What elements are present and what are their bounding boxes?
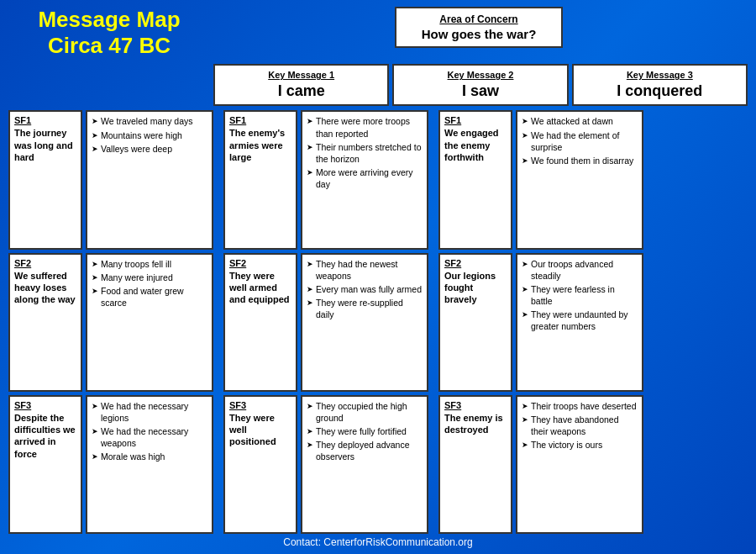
fact-item: We had the element of surprise	[522, 129, 638, 153]
key-message-1: Key Message 1 I came	[213, 64, 389, 106]
fact-item: Their numbers stretched to the horizon	[307, 141, 423, 165]
sf-label: SF3	[229, 400, 246, 410]
fact-item: They were undaunted by greater numbers	[522, 309, 638, 332]
fact-item: Many troops fell ill	[92, 258, 207, 270]
fact-item: We attacked at dawn	[522, 115, 638, 127]
area-of-concern: Area of Concern How goes the war?	[210, 7, 748, 48]
fact-item: Every man was fully armed	[307, 283, 423, 295]
sf-facts-r1-c2: Our troops advanced steadilyThey were fe…	[516, 253, 643, 392]
fact-item: They had the newest weapons	[307, 258, 423, 282]
sf-label: SF1	[444, 115, 461, 125]
sf-facts-r2-c0: We had the necessary legionsWe had the n…	[86, 395, 213, 534]
sf-cell-r1-c1: SF2They were well armed and equipped	[223, 253, 297, 392]
sf-text: They were well positioned	[229, 412, 291, 448]
fact-item: Morale was high	[92, 451, 207, 462]
fact-item: They occupied the high ground	[307, 400, 423, 424]
key-message-3: Key Message 3 I conquered	[572, 64, 748, 106]
sf-text: Despite the difficulties we arrived in f…	[14, 412, 76, 460]
sf-facts-r0-c0: We traveled many daysMountains were high…	[86, 110, 213, 249]
fact-item: They have abandoned their weapons	[522, 414, 638, 437]
sf-facts-r2-c1: They occupied the high groundThey were f…	[301, 395, 428, 534]
col-separator	[432, 395, 435, 534]
fact-item: Many were injured	[92, 272, 207, 283]
col-separator	[432, 253, 435, 392]
fact-item: There were more troops than reported	[307, 115, 423, 139]
km-spacer	[8, 64, 210, 106]
sf-facts-r0-c1: There were more troops than reportedThei…	[301, 110, 428, 249]
col-separator	[217, 253, 220, 392]
fact-item: We had the necessary legions	[92, 400, 207, 424]
col-separator	[217, 110, 220, 249]
col-separator	[217, 395, 220, 534]
footer: Contact: CenterforRiskCommunication.org	[8, 534, 748, 551]
sf-cell-r0-c0: SF1The journey was long and hard	[8, 110, 82, 249]
km-group: Key Message 1 I came Key Message 2 I saw…	[213, 64, 748, 106]
fact-item: Their troops have deserted	[522, 400, 638, 412]
sf-text: They were well armed and equipped	[229, 270, 291, 306]
sf-label: SF2	[444, 258, 461, 268]
fact-item: They were fully fortified	[307, 425, 423, 437]
title-area: Message Map Circa 47 BC	[8, 7, 210, 59]
fact-item: Food and water grew scarce	[92, 285, 207, 309]
fact-item: Mountains were high	[92, 129, 207, 141]
grid-row-1: SF2We suffered heavy loses along the way…	[8, 253, 748, 392]
main-grid: SF1The journey was long and hardWe trave…	[8, 110, 748, 534]
sf-cell-r0-c2: SF1We engaged the enemy forthwith	[438, 110, 512, 249]
sf-facts-r0-c2: We attacked at dawnWe had the element of…	[516, 110, 643, 249]
sf-label: SF3	[14, 400, 31, 410]
sf-cell-r1-c0: SF2We suffered heavy loses along the way	[8, 253, 82, 392]
col-separator	[432, 110, 435, 249]
sf-label: SF1	[229, 115, 246, 125]
key-message-2: Key Message 2 I saw	[392, 64, 568, 106]
fact-item: They deployed advance observers	[307, 439, 423, 462]
sf-cell-r2-c1: SF3They were well positioned	[223, 395, 297, 534]
fact-item: They were re-supplied daily	[307, 297, 423, 320]
fact-item: More were arriving every day	[307, 166, 423, 190]
sf-text: We engaged the enemy forthwith	[444, 127, 507, 163]
sf-label: SF1	[14, 115, 31, 125]
aoc-label: Area of Concern	[413, 13, 544, 25]
grid-row-2: SF3Despite the difficulties we arrived i…	[8, 395, 748, 534]
fact-item: We had the necessary weapons	[92, 425, 207, 449]
sf-label: SF2	[14, 258, 31, 268]
fact-item: The victory is ours	[522, 439, 638, 451]
aoc-value: How goes the war?	[413, 27, 544, 41]
fact-item: We traveled many days	[92, 115, 207, 127]
sf-cell-r1-c2: SF2Our legions fought bravely	[438, 253, 512, 392]
sf-text: We suffered heavy loses along the way	[14, 270, 76, 306]
sf-cell-r0-c1: SF1The enemy's armies were large	[223, 110, 297, 249]
sf-text: The journey was long and hard	[14, 127, 76, 163]
key-messages-row: Key Message 1 I came Key Message 2 I saw…	[8, 64, 748, 106]
sf-text: Our legions fought bravely	[444, 270, 507, 306]
sf-text: The enemy is destroyed	[444, 412, 507, 436]
fact-item: Our troops advanced steadily	[522, 258, 638, 282]
sf-facts-r1-c1: They had the newest weaponsEvery man was…	[301, 253, 428, 392]
fact-item: They were fearless in battle	[522, 283, 638, 307]
sf-label: SF2	[229, 258, 246, 268]
sf-label: SF3	[444, 400, 461, 410]
aoc-box: Area of Concern How goes the war?	[395, 7, 563, 48]
sf-cell-r2-c2: SF3The enemy is destroyed	[438, 395, 512, 534]
sf-facts-r1-c0: Many troops fell illMany were injuredFoo…	[86, 253, 213, 392]
page-title: Message Map Circa 47 BC	[8, 7, 210, 59]
fact-item: Valleys were deep	[92, 143, 207, 155]
sf-text: The enemy's armies were large	[229, 127, 291, 163]
fact-item: We found them in disarray	[522, 155, 638, 166]
sf-facts-r2-c2: Their troops have desertedThey have aban…	[516, 395, 643, 534]
sf-cell-r2-c0: SF3Despite the difficulties we arrived i…	[8, 395, 82, 534]
grid-row-0: SF1The journey was long and hardWe trave…	[8, 110, 748, 249]
